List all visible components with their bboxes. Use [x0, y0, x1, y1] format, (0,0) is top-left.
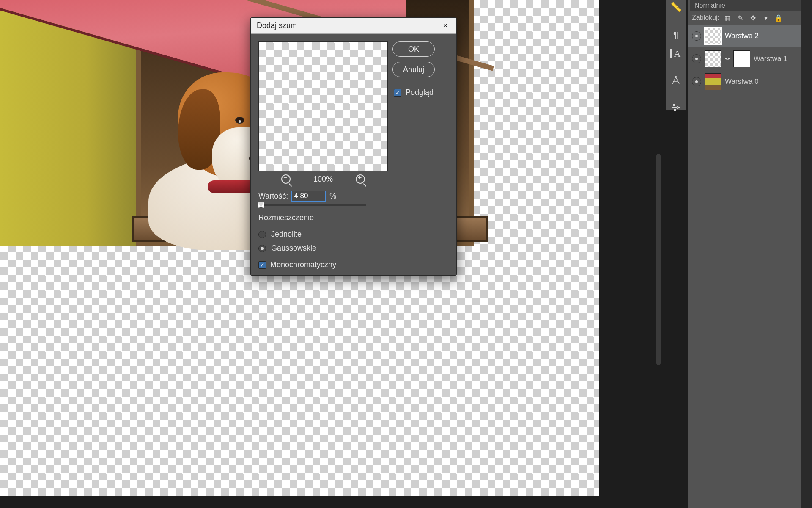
uniform-radio-row[interactable]: Jednolite — [258, 227, 449, 241]
amount-label: Wartość: — [258, 192, 288, 201]
lock-paint-icon[interactable]: ✎ — [736, 14, 745, 22]
layer-thumbnail[interactable] — [705, 50, 721, 67]
paragraph-icon[interactable]: ¶ — [670, 30, 681, 41]
amount-slider-thumb[interactable] — [258, 202, 264, 208]
app-right-scroll-gutter — [801, 0, 812, 508]
lock-row: Zablokuj: ▦ ✎ ✥ ▾ 🔒 — [688, 11, 812, 25]
character-icon[interactable]: A — [670, 49, 681, 58]
layer-row[interactable]: Warstwa 0 — [688, 70, 812, 93]
lock-move-icon[interactable]: ✥ — [749, 14, 757, 22]
lock-all-icon[interactable]: 🔒 — [774, 14, 783, 22]
gaussian-radio-row[interactable]: Gaussowskie — [258, 241, 449, 255]
collapsed-panel-column: 📏 ¶ A — [666, 0, 686, 110]
blend-mode-value: Normalnie — [694, 2, 725, 9]
lock-transparent-icon[interactable]: ▦ — [724, 14, 732, 22]
visibility-eye-icon[interactable] — [692, 77, 701, 86]
monochrome-checkbox-row[interactable]: ✓ Monochromatyczny — [258, 260, 449, 269]
zoom-in-icon[interactable] — [356, 174, 365, 184]
amount-unit: % — [329, 192, 336, 201]
monochrome-label: Monochromatyczny — [270, 260, 336, 269]
zoom-level: 100% — [313, 175, 333, 184]
preview-checkbox-row[interactable]: ✓ Podgląd — [394, 88, 433, 97]
layer-row[interactable]: Warstwa 2 — [688, 25, 812, 47]
gaussian-radio[interactable] — [258, 245, 266, 252]
layers-panel: Normalnie Zablokuj: ▦ ✎ ✥ ▾ 🔒 Warstwa 2 … — [688, 0, 812, 508]
ruler-icon[interactable]: 📏 — [670, 2, 681, 13]
add-noise-dialog: Dodaj szum × OK Anuluj ✓ Podgląd 100% Wa… — [250, 17, 457, 276]
lock-artboard-icon[interactable]: ▾ — [762, 14, 770, 22]
link-mask-icon[interactable]: ⫘ — [725, 54, 730, 64]
distribution-group: Rozmieszczenie Jednolite Gaussowskie — [258, 213, 449, 257]
noise-preview[interactable] — [258, 41, 388, 171]
amount-input[interactable] — [291, 190, 326, 202]
paths-pen-icon[interactable] — [670, 75, 681, 86]
layer-mask-thumbnail[interactable] — [733, 50, 750, 67]
visibility-eye-icon[interactable] — [692, 54, 701, 64]
svg-point-4 — [677, 107, 678, 108]
layer-name[interactable]: Warstwa 1 — [754, 55, 808, 63]
preview-checkbox[interactable]: ✓ — [394, 89, 401, 97]
dialog-titlebar[interactable]: Dodaj szum × — [251, 18, 456, 34]
layer-name[interactable]: Warstwa 2 — [725, 32, 808, 40]
gaussian-label: Gaussowskie — [271, 244, 316, 253]
layer-row[interactable]: ⫘ Warstwa 1 — [688, 47, 812, 70]
panel-scrollbar[interactable] — [656, 154, 661, 365]
visibility-eye-icon[interactable] — [692, 31, 701, 41]
zoom-out-icon[interactable] — [281, 174, 291, 184]
dialog-title-text: Dodaj szum — [257, 21, 297, 30]
uniform-radio[interactable] — [258, 231, 266, 238]
preview-label: Podgląd — [406, 88, 433, 97]
close-icon[interactable]: × — [440, 21, 450, 31]
monochrome-checkbox[interactable]: ✓ — [258, 261, 266, 269]
uniform-label: Jednolite — [271, 230, 302, 239]
lock-label: Zablokuj: — [692, 14, 719, 22]
adjustments-icon[interactable] — [670, 102, 681, 113]
layer-thumbnail[interactable] — [705, 73, 721, 90]
distribution-legend: Rozmieszczenie — [258, 213, 320, 222]
svg-point-3 — [673, 104, 675, 106]
blend-mode-dropdown[interactable]: Normalnie — [690, 0, 809, 11]
cancel-button[interactable]: Anuluj — [392, 62, 435, 77]
amount-slider[interactable] — [258, 204, 366, 206]
layer-name[interactable]: Warstwa 0 — [725, 77, 808, 86]
svg-point-5 — [674, 109, 676, 111]
ok-button[interactable]: OK — [392, 41, 435, 57]
layer-thumbnail[interactable] — [705, 28, 721, 44]
